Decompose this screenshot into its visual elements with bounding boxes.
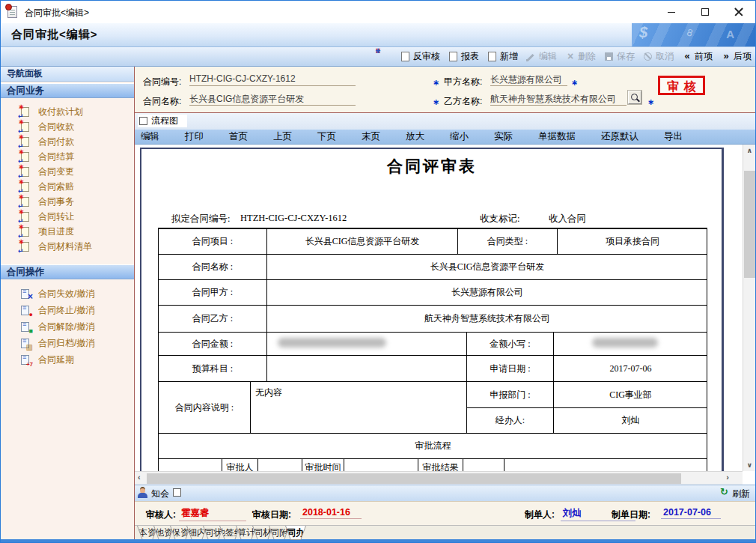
maximize-icon xyxy=(701,8,709,16)
cell-budget-label: 预算科目 : xyxy=(158,355,266,381)
report-first-page-button[interactable]: 首页 xyxy=(229,130,248,143)
party-a-label: 甲方名称: xyxy=(444,76,482,88)
dollar-decoration-icon: $ xyxy=(639,24,647,41)
cell-amount-words-label: 金额小写 : xyxy=(466,332,553,355)
cell-approval-blank xyxy=(344,458,418,471)
report-zoom-in-button[interactable]: 放大 xyxy=(406,130,424,143)
add-button[interactable]: 新增 xyxy=(487,50,518,63)
document-icon xyxy=(21,137,29,147)
cell-approver-label: 审批人 xyxy=(222,458,257,471)
document-icon xyxy=(21,122,29,132)
review-table: 合同项目 : 长兴县CIG信息资源平台研发 合同类型 : 项目承接合同 合同名称… xyxy=(158,228,707,471)
cell-content-label: 合同内容说明 : xyxy=(158,381,250,433)
minimize-button[interactable] xyxy=(654,1,688,23)
sidebar-item-contract-archive[interactable]: 合同归档/撤消 xyxy=(1,335,134,351)
report-export-button[interactable]: 导出 xyxy=(664,130,683,143)
titlebar: 合同审批<编辑> xyxy=(1,1,755,23)
audited-stamp: 审核 xyxy=(658,76,705,95)
sidebar-item-contract-material-list[interactable]: 合同材料清单 xyxy=(1,239,134,254)
create-date-label: 制单日期: xyxy=(612,509,650,521)
horizontal-scroll-thumb[interactable] xyxy=(147,473,681,484)
vertical-scroll-thumb[interactable] xyxy=(744,171,755,278)
cell-apply-date-label: 申请日期 : xyxy=(466,355,553,381)
required-star-icon xyxy=(433,75,439,88)
report-doc-data-button[interactable]: 单据数据 xyxy=(538,130,576,143)
flowchart-checkbox[interactable] xyxy=(139,117,147,125)
vertical-scrollbar[interactable]: ∧ ∨ xyxy=(743,145,756,471)
tab-collaboration[interactable]: 协同办公 xyxy=(285,526,306,540)
refresh-icon: ↻ xyxy=(720,486,728,497)
document-icon xyxy=(21,107,29,117)
scroll-left-icon[interactable]: ‹ xyxy=(138,473,141,482)
contract-invalid-icon xyxy=(21,289,29,299)
horizontal-scrollbar[interactable]: ‹ › xyxy=(135,471,743,485)
party-b-lookup-button[interactable] xyxy=(628,91,641,104)
required-star-icon xyxy=(647,94,654,108)
minimize-icon xyxy=(668,12,675,13)
report-prev-page-button[interactable]: 上页 xyxy=(273,130,292,143)
sidebar-item-contract-invalid[interactable]: 合同失效/撤消 xyxy=(1,285,134,302)
contract-extend-icon xyxy=(21,355,29,365)
app-icon xyxy=(7,6,17,18)
contract-operations-list: 合同失效/撤消 合同终止/撤消 合同解除/撤消 合同归档/撤消 合同延期 xyxy=(1,279,134,368)
scroll-down-icon[interactable]: ∨ xyxy=(743,461,756,469)
report-actual-size-button[interactable]: 实际 xyxy=(494,130,513,143)
document-icon xyxy=(21,212,29,222)
report-zoom-out-button[interactable]: 缩小 xyxy=(450,130,469,143)
app-window: 合同审批<编辑> 合同审批<编辑> $ 8 A 反审核 报表 新增 编辑 删除 … xyxy=(0,0,756,543)
cell-party-b-value: 航天神舟智慧系统技术有限公司 xyxy=(266,305,707,332)
auditor-label: 审核人: xyxy=(146,509,176,521)
sidebar-section-contract-operations[interactable]: 合同操作 xyxy=(1,264,134,279)
creator-label: 制单人: xyxy=(525,509,555,521)
window-controls xyxy=(654,1,755,23)
cell-dept-value: CIG事业部 xyxy=(553,381,707,407)
cell-approval-blank xyxy=(463,458,504,471)
cell-approval-time-label: 审批时间 xyxy=(302,458,344,471)
flowchart-option: 流程图 xyxy=(138,115,187,127)
party-a-field[interactable]: 长兴慧源有限公司 xyxy=(490,73,567,86)
contract-name-label: 合同名称: xyxy=(143,95,181,108)
cell-budget-value xyxy=(266,355,466,381)
sidebar-item-contract-terminate[interactable]: 合同终止/撤消 xyxy=(1,302,134,318)
report-toolbar: 编辑 打印 首页 上页 下页 末页 放大 缩小 实际 单据数据 还原默认 导出 xyxy=(135,130,756,145)
report-print-button[interactable]: 打印 xyxy=(185,130,204,143)
navigation-sidebar: 导航面板 合同业务 收付款计划 合同收款 合同付款 合同结算 合同变更 合同索赔… xyxy=(1,67,134,539)
report-restore-default-button[interactable]: 还原默认 xyxy=(601,130,638,143)
sidebar-item-contract-extend[interactable]: 合同延期 xyxy=(1,351,134,368)
scroll-right-icon[interactable]: › xyxy=(726,473,729,482)
contract-business-list: 收付款计划 合同收款 合同付款 合同结算 合同变更 合同索赔 合同事务 合同转让… xyxy=(1,98,134,254)
cell-content-value: 无内容 xyxy=(250,381,466,433)
cancel-icon xyxy=(643,52,653,62)
person-icon xyxy=(138,487,148,498)
contract-no-field[interactable]: HTZH-CIG-CJ-CXZY-1612 xyxy=(189,73,356,86)
notify-checkbox[interactable] xyxy=(173,488,181,497)
maximize-button[interactable] xyxy=(688,1,722,23)
cell-name-label: 合同名称 : xyxy=(158,254,266,279)
close-button[interactable] xyxy=(722,1,755,23)
sidebar-item-contract-rescind[interactable]: 合同解除/撤消 xyxy=(1,318,134,335)
scroll-up-icon[interactable]: ∧ xyxy=(743,147,756,154)
cell-approval-blank xyxy=(158,458,222,471)
required-star-icon xyxy=(433,94,439,108)
cell-project-label: 合同项目 : xyxy=(158,228,266,254)
cell-approval-title: 审批流程 xyxy=(158,433,707,458)
flowchart-row xyxy=(135,113,756,130)
cell-amount-label: 合同金额 : xyxy=(158,332,266,355)
report-last-page-button[interactable]: 末页 xyxy=(362,130,380,143)
report-edit-button[interactable]: 编辑 xyxy=(141,130,159,143)
previous-icon xyxy=(682,52,692,62)
report-next-page-button[interactable]: 下页 xyxy=(317,130,336,143)
draft-no-label: 拟定合同编号: xyxy=(171,213,230,225)
refresh-button[interactable]: 刷新 xyxy=(732,488,750,500)
document-icon xyxy=(21,242,29,252)
digit-decoration-icon: 8 xyxy=(686,26,695,39)
party-b-field[interactable]: 航天神舟智慧系统技术有限公司 xyxy=(490,93,627,106)
page-header: 合同审批<编辑> $ 8 A xyxy=(1,23,755,47)
party-b-label: 乙方名称: xyxy=(444,95,482,108)
audit-date-value: 2018-01-16 xyxy=(300,507,362,519)
sidebar-section-contract-business[interactable]: 合同业务 xyxy=(1,83,134,98)
cell-type-label: 合同类型 : xyxy=(457,228,557,254)
contract-terminate-icon xyxy=(21,306,29,315)
contract-name-field[interactable]: 长兴县CIG信息资源平台研发 xyxy=(189,93,356,106)
banner-decoration: $ 8 A xyxy=(632,23,755,46)
